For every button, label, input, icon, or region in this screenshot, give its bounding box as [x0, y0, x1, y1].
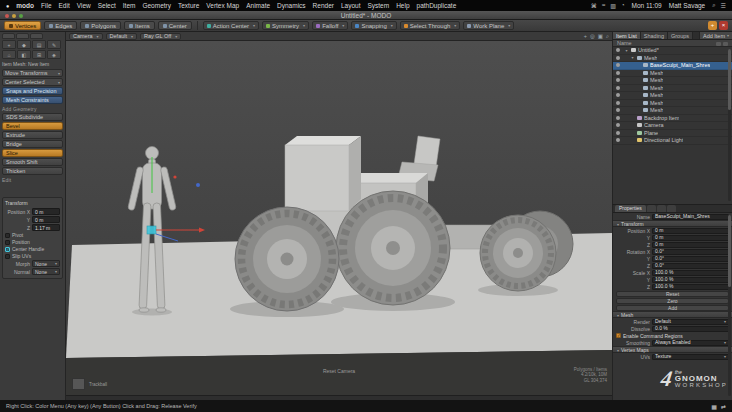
viewport-camera-menu[interactable]: Camera [69, 33, 103, 40]
rotation-y-field[interactable]: 0.0° [652, 256, 729, 262]
move-transforms-dropdown[interactable]: Move Transforms [2, 69, 63, 77]
mode-vertices-button[interactable]: Vertices [4, 21, 41, 30]
spotlight-icon[interactable]: ⌕ [712, 2, 715, 9]
menu-select[interactable]: Select [98, 2, 116, 9]
half-square-icon[interactable]: ◧ [17, 50, 31, 59]
disclosure-icon[interactable] [630, 55, 635, 60]
add-icon[interactable]: + [2, 40, 16, 49]
position-x-field[interactable]: 0 m [32, 208, 60, 215]
sidebar-tab[interactable] [16, 33, 29, 39]
grid-toggle-icon[interactable]: ▦ [711, 403, 717, 410]
scale-y-field[interactable]: 100.0 % [652, 277, 729, 283]
zoom-window-button[interactable] [19, 14, 23, 18]
item-row[interactable]: Mesh [613, 70, 732, 78]
position-y-field[interactable]: 0 m [652, 235, 729, 241]
visibility-eye-icon[interactable] [616, 48, 620, 52]
add-item-button[interactable]: Add Item [699, 32, 732, 39]
tab-item-list[interactable]: Item List [613, 32, 641, 39]
mode-polygons-button[interactable]: Polygons [80, 21, 121, 30]
slice-button[interactable]: Slice [2, 149, 63, 157]
item-row[interactable]: Mesh [613, 55, 732, 63]
uv-map-dropdown[interactable]: Texture [652, 354, 729, 360]
notification-center-icon[interactable]: ☰ [721, 2, 726, 9]
visibility-eye-icon[interactable] [616, 78, 620, 82]
menu-clock[interactable]: Mon 11:09 [632, 2, 662, 9]
menu-vertex-map[interactable]: Vertex Map [206, 2, 239, 9]
item-name-field[interactable]: BaseSculpt_Main_Shres [652, 214, 729, 220]
extrude-button[interactable]: Extrude [2, 131, 63, 139]
visibility-eye-icon[interactable] [616, 116, 620, 120]
item-row[interactable]: Directional Light [613, 137, 732, 145]
pen-icon[interactable]: ✎ [47, 40, 61, 49]
item-row[interactable]: Camera [613, 122, 732, 130]
thicken-button[interactable]: Thicken [2, 167, 63, 175]
menu-user[interactable]: Matt Savage [669, 2, 706, 9]
morph-select[interactable]: None [32, 260, 60, 267]
mode-items-button[interactable]: Items [124, 21, 155, 30]
smoothing-dropdown[interactable]: Always Enabled [652, 340, 729, 346]
pivot-checkbox[interactable] [5, 233, 10, 238]
wifi-icon[interactable]: ≈ [602, 2, 605, 9]
gizmo-center-handle[interactable] [147, 226, 156, 234]
menu-view[interactable]: View [77, 2, 91, 9]
disclosure-icon[interactable] [624, 48, 629, 53]
action-center-dropdown[interactable]: Action Center [203, 21, 259, 30]
mesh-section-header[interactable]: Mesh [613, 311, 732, 318]
item-list-scrollbar[interactable] [728, 49, 731, 201]
item-row[interactable]: Mesh [613, 77, 732, 85]
work-plane-dropdown[interactable]: Work Plane [463, 21, 514, 30]
raygl-menu[interactable]: Ray GL Off [140, 33, 181, 40]
list-options-icon[interactable] [723, 42, 728, 46]
reset-camera-label[interactable]: Reset Camera [66, 368, 612, 374]
viewport-3d[interactable]: Reset Camera Polygons / Items 4.2/10k, 1… [66, 41, 612, 395]
falloff-dropdown[interactable]: Falloff [312, 21, 348, 30]
tab-shading[interactable]: Shading [641, 32, 668, 39]
zero-button[interactable]: Zero [616, 298, 729, 304]
mode-center-button[interactable]: Center [158, 21, 192, 30]
list-icon[interactable]: ▤ [32, 40, 46, 49]
bridge-button[interactable]: Bridge [2, 140, 63, 148]
visibility-eye-icon[interactable] [616, 131, 620, 135]
visibility-eye-icon[interactable] [616, 108, 620, 112]
rotation-z-field[interactable]: 0.0° [652, 263, 729, 269]
vehicle-model[interactable] [235, 136, 573, 311]
apple-menu-icon[interactable]: ● [6, 3, 9, 9]
position-checkbox[interactable] [5, 240, 10, 245]
viewport-shading-menu[interactable]: Default [106, 33, 137, 40]
menu-texture[interactable]: Texture [178, 2, 199, 9]
menu-help[interactable]: Help [396, 2, 409, 9]
menu-modo[interactable]: modo [16, 2, 34, 9]
vertex-maps-section-header[interactable]: Vertex Maps [613, 346, 732, 353]
close-window-button[interactable] [5, 14, 9, 18]
item-row[interactable]: Mesh [613, 85, 732, 93]
visibility-eye-icon[interactable] [616, 123, 620, 127]
visibility-eye-icon[interactable] [616, 71, 620, 75]
visibility-eye-icon[interactable] [616, 101, 620, 105]
filter-icon[interactable] [716, 42, 721, 46]
slip-uvs-checkbox[interactable] [5, 254, 10, 259]
menu-render[interactable]: Render [313, 2, 334, 9]
maximize-viewport-icon[interactable]: ▣ [598, 33, 603, 40]
item-row[interactable]: Mesh [613, 100, 732, 108]
display-tab-icon[interactable] [657, 205, 666, 212]
symmetry-dropdown[interactable]: Symmetry [262, 21, 309, 30]
center-handle-checkbox[interactable] [5, 247, 10, 252]
pan-icon[interactable]: + [584, 33, 587, 40]
visibility-eye-icon[interactable] [616, 93, 620, 97]
visibility-eye-icon[interactable] [616, 56, 620, 60]
navigation-thumbnail[interactable] [72, 378, 85, 390]
menu-system[interactable]: System [367, 2, 389, 9]
item-row-selected[interactable]: BaseSculpt_Main_Shres [613, 62, 732, 70]
channels-tab-icon[interactable] [647, 205, 656, 212]
bevel-button[interactable]: Bevel [2, 122, 63, 130]
mode-edges-button[interactable]: Edges [44, 21, 77, 30]
transform-section-header[interactable]: Transform [613, 220, 732, 227]
rotation-x-field[interactable]: 0.0° [652, 249, 729, 255]
position-y-field[interactable]: 0 m [32, 216, 60, 223]
close-tool-button[interactable]: × [719, 21, 728, 30]
item-row-scene[interactable]: Untitled* [613, 47, 732, 55]
command-regions-checkbox[interactable] [616, 333, 621, 338]
volume-icon[interactable]: ◔ [621, 2, 625, 9]
grid-plus-icon[interactable]: ⊞ [32, 50, 46, 59]
menu-geometry[interactable]: Geometry [142, 2, 171, 9]
